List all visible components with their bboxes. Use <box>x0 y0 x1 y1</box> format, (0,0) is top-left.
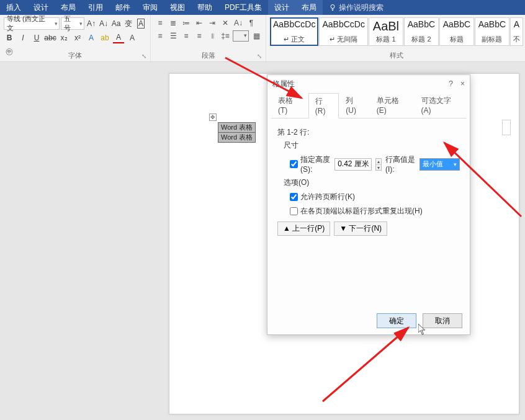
indent-left-icon[interactable]: ⇤ <box>194 17 205 29</box>
shading-combo[interactable] <box>233 30 249 42</box>
style-label: ↵ 无间隔 <box>322 35 364 44</box>
font-dialog-launcher-icon[interactable]: ⤡ <box>140 53 148 60</box>
strike-icon[interactable]: abc <box>45 32 56 43</box>
style-subtitle[interactable]: AaBbC 副标题 <box>475 17 509 46</box>
subscript-icon[interactable]: x₂ <box>58 32 70 43</box>
dialog-tabs: 表格(T) 行(R) 列(U) 单元格(E) 可选文字(A) <box>271 92 466 118</box>
style-heading1[interactable]: AaBl 标题 1 <box>369 17 403 46</box>
repeat-header-input[interactable] <box>290 207 298 215</box>
bold-icon[interactable]: B <box>4 32 15 43</box>
char-border-icon[interactable]: A <box>135 18 146 29</box>
style-no-spacing[interactable]: AaBbCcDc ↵ 无间隔 <box>319 17 367 46</box>
tab-table[interactable]: 表格(T) <box>271 92 308 118</box>
multilevel-icon[interactable]: ≔ <box>181 17 192 29</box>
tab-alt-text[interactable]: 可选文字(A) <box>415 92 466 118</box>
tell-me-text: 操作说明搜索 <box>339 2 384 13</box>
allow-break-input[interactable] <box>290 193 298 201</box>
dialog-close-icon[interactable]: × <box>460 79 465 88</box>
table-move-handle-icon[interactable]: ✥ <box>209 114 217 121</box>
line-spacing-icon[interactable]: ‡≡ <box>220 30 231 42</box>
superscript-icon[interactable]: x² <box>72 32 83 43</box>
row-height-input[interactable] <box>334 158 372 171</box>
menu-review[interactable]: 审阅 <box>137 0 164 15</box>
row-range-label: 第 1-2 行: <box>277 127 460 138</box>
style-label: 副标题 <box>478 35 506 44</box>
tell-me-search[interactable]: 操作说明搜索 <box>323 2 390 13</box>
repeat-header-text: 在各页顶端以标题行形式重复出现(H) <box>300 206 423 217</box>
text-effects-icon[interactable]: A <box>86 32 97 43</box>
table-cell[interactable]: Word 表格 <box>218 123 256 133</box>
style-label: 不 <box>513 35 520 44</box>
bullets-icon[interactable]: ≡ <box>155 17 166 29</box>
menu-pdf-tools[interactable]: PDF工具集 <box>218 0 268 15</box>
ribbon-group-font: 等线 (西文正文 五号 A↑ A↓ Aa 变 A B I U abc x₂ x²… <box>0 15 151 61</box>
borders-icon[interactable]: ▦ <box>251 30 262 42</box>
phonetic-guide-icon[interactable]: 变 <box>123 18 134 29</box>
menu-view[interactable]: 视图 <box>164 0 191 15</box>
style-preview: AaBbCcDc <box>322 19 364 29</box>
distribute-icon[interactable]: ⫴ <box>207 30 218 42</box>
align-left-icon[interactable]: ≡ <box>155 30 166 42</box>
font-color-icon[interactable]: A <box>113 32 124 43</box>
style-title[interactable]: AaBbC 标题 <box>439 17 474 46</box>
menu-bar: 插入 设计 布局 引用 邮件 审阅 视图 帮助 PDF工具集 设计 布局 操作说… <box>0 0 525 15</box>
menu-design[interactable]: 设计 <box>27 0 55 15</box>
menu-references[interactable]: 引用 <box>82 0 109 15</box>
font-group-label: 字体 <box>0 51 150 60</box>
page-margin-marker <box>502 120 511 135</box>
styles-gallery[interactable]: AaBbCcDc ↵ 正文 AaBbCcDc ↵ 无间隔 AaBl 标题 1 A… <box>270 17 523 46</box>
row-height-spinner[interactable]: ▲▼ <box>375 158 382 171</box>
dialog-body: 第 1-2 行: 尺寸 指定高度(S): ▲▼ 行高值是(I): 最小值 选项(… <box>267 118 470 242</box>
font-size-combo[interactable]: 五号 <box>61 17 84 30</box>
dialog-titlebar[interactable]: 格属性 ? × <box>267 75 470 92</box>
underline-icon[interactable]: U <box>31 32 42 43</box>
menu-insert[interactable]: 插入 <box>0 0 27 15</box>
asian-layout-icon[interactable]: ✕ <box>220 17 231 29</box>
increase-font-icon[interactable]: A↑ <box>86 18 97 29</box>
style-label: 标题 2 <box>407 35 436 44</box>
style-more[interactable]: A 不 <box>510 17 523 46</box>
font-name-combo[interactable]: 等线 (西文正文 <box>4 17 60 30</box>
align-center-icon[interactable]: ☰ <box>168 30 179 42</box>
prev-row-button[interactable]: ▲ 上一行(P) <box>277 221 330 236</box>
menu-table-layout[interactable]: 布局 <box>295 0 323 15</box>
para-dialog-launcher-icon[interactable]: ⤡ <box>256 53 263 60</box>
specify-height-checkbox[interactable]: 指定高度(S): <box>290 154 331 174</box>
show-marks-icon[interactable]: ¶ <box>246 17 257 29</box>
align-justify-icon[interactable]: ≡ <box>194 30 205 42</box>
specify-height-input[interactable] <box>290 160 298 168</box>
sort-icon[interactable]: A↓ <box>233 17 244 29</box>
allow-break-checkbox[interactable]: 允许跨页断行(K) <box>290 192 355 202</box>
menu-layout[interactable]: 布局 <box>55 0 82 15</box>
indent-right-icon[interactable]: ⇥ <box>207 17 218 29</box>
decrease-font-icon[interactable]: A↓ <box>98 18 109 29</box>
tab-row[interactable]: 行(R) <box>308 93 339 118</box>
italic-icon[interactable]: I <box>17 32 29 43</box>
style-label: 标题 1 <box>372 35 400 44</box>
tab-column[interactable]: 列(U) <box>339 92 370 118</box>
svg-point-0 <box>331 5 334 9</box>
highlight-icon[interactable]: ab <box>99 32 110 43</box>
menu-mail[interactable]: 邮件 <box>109 0 137 15</box>
dialog-help-icon[interactable]: ? <box>449 79 453 88</box>
style-label: ↵ 正文 <box>273 35 315 44</box>
row-height-is-label: 行高值是(I): <box>385 154 416 174</box>
menu-table-design[interactable]: 设计 <box>268 0 295 15</box>
dialog-footer: 确定 取消 <box>377 313 462 328</box>
next-row-button[interactable]: ▼ 下一行(N) <box>334 221 387 236</box>
table-cell[interactable]: Word 表格 <box>218 133 256 143</box>
change-case-icon[interactable]: Aa <box>110 18 122 29</box>
ok-button[interactable]: 确定 <box>377 313 416 328</box>
row-height-is-select[interactable]: 最小值 <box>420 158 460 171</box>
style-heading2[interactable]: AaBbC 标题 2 <box>404 17 439 46</box>
cancel-button[interactable]: 取消 <box>423 313 462 328</box>
menu-help[interactable]: 帮助 <box>191 0 218 15</box>
numbering-icon[interactable]: ≣ <box>168 17 179 29</box>
tab-cell[interactable]: 单元格(E) <box>370 92 415 118</box>
repeat-header-checkbox[interactable]: 在各页顶端以标题行形式重复出现(H) <box>290 206 423 217</box>
char-shading-icon[interactable]: A <box>127 32 138 43</box>
style-normal[interactable]: AaBbCcDc ↵ 正文 <box>270 17 318 46</box>
specify-height-text: 指定高度(S): <box>300 154 331 174</box>
align-right-icon[interactable]: ≡ <box>181 30 192 42</box>
document-table[interactable]: ✥ Word 表格 Word 表格 <box>218 122 256 143</box>
